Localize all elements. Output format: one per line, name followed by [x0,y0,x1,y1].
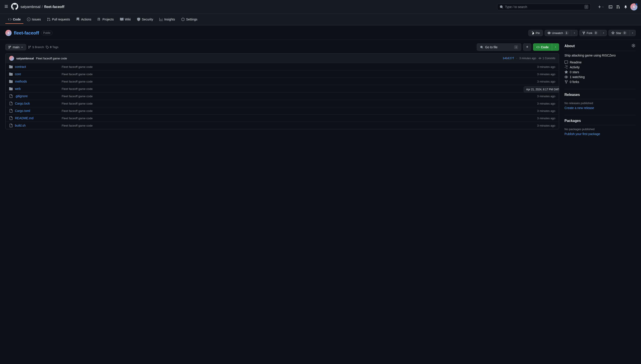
about-description: Ship attacking game using RISCZero [564,53,636,58]
nav-insights[interactable]: Insights [157,15,178,24]
code-button[interactable]: Code [533,44,552,51]
fork-group: Fork 0 [579,30,607,36]
nav-pullrequests[interactable]: Pull requests [44,15,72,24]
commits-count: 1 [542,57,544,60]
file-icon [9,109,13,112]
goto-file-button[interactable]: Go to file t [477,44,521,51]
search-shortcut: / [584,5,588,9]
file-commit-0: Fleet faceoff game code [62,65,526,68]
stars-link[interactable]: 0 stars [564,70,636,74]
activity-icon [564,66,568,69]
fork-button[interactable]: Fork 0 [579,30,601,36]
terminal-button[interactable] [608,4,614,10]
releases-section: Releases No releases published Create a … [564,93,636,110]
publish-package-link[interactable]: Publish your first package [564,132,600,136]
github-logo[interactable] [11,3,18,11]
file-name-2[interactable]: methods [15,80,60,83]
commit-author[interactable]: satyambnsal [16,57,34,60]
user-avatar[interactable]: S [630,3,638,10]
nav-issues-label: Issues [32,18,41,21]
activity-link[interactable]: Activity [564,66,636,69]
releases-title: Releases [564,93,636,99]
commit-hash[interactable]: b4b637f [503,57,514,60]
star-button[interactable]: Star 0 [608,30,630,36]
repo-header-actions: Pin Unwatch 1 Fork [528,30,636,36]
readme-icon [564,60,568,64]
fork-label: Fork [587,31,592,35]
branch-selector[interactable]: main [5,44,26,50]
search-bar[interactable]: Type / to search / [497,4,591,10]
file-name-7[interactable]: README.md [15,116,60,120]
tag-count: 0 [50,46,52,49]
create-release-link[interactable]: Create a new release [564,106,594,110]
repo-owner[interactable]: satyambnsal [20,5,40,9]
pull-requests-button[interactable] [615,4,621,10]
sidebar: About Ship attacking game using RISCZero… [564,44,636,141]
add-file-button[interactable]: + [523,44,531,51]
file-name-4[interactable]: .gitignore [15,94,60,98]
file-row: .gitignore Fleet faceoff game code 3 min… [6,92,559,100]
file-name-3[interactable]: web [15,87,60,90]
file-commit-4: Fleet faceoff game code [62,94,535,98]
file-commit-3: Fleet faceoff game code [62,87,526,90]
nav-projects[interactable]: Projects [95,15,116,24]
activity-label: Activity [570,66,580,69]
no-releases-text: No releases published [564,102,636,105]
star-caret[interactable] [630,30,636,36]
file-row: Cargo.lock Fleet faceoff game code 3 min… [6,100,559,107]
notifications-button[interactable] [623,4,628,10]
about-gear-button[interactable] [631,44,636,48]
add-file-label: + [526,45,528,50]
commit-author-avatar [9,56,14,61]
commit-time: 3 minutes ago [519,57,536,60]
nav-settings[interactable]: Settings [178,15,200,24]
watching-link[interactable]: 1 watching [564,75,636,79]
fork-caret[interactable] [601,30,607,36]
visibility-badge: Public [41,31,52,35]
unwatch-caret[interactable] [572,30,578,36]
forks-link[interactable]: 0 forks [564,80,636,84]
file-name-1[interactable]: core [15,72,60,76]
toolbar-right: Go to file t + Code [477,44,559,51]
unwatch-label: Unwatch [552,31,563,35]
file-name-6[interactable]: Cargo.toml [15,109,60,112]
nav-code[interactable]: Code [5,15,23,24]
file-row: README.md Fleet faceoff game code 3 minu… [6,114,559,122]
nav-security[interactable]: Security [134,15,156,24]
file-commit-6: Fleet faceoff game code [62,109,526,112]
folder-icon [9,80,13,83]
nav-wiki[interactable]: Wiki [117,15,133,24]
tag-count-link[interactable]: 0 Tags [46,46,58,49]
star-sidebar-icon [564,70,568,74]
file-name-8[interactable]: build.sh [15,124,60,127]
file-name-0[interactable]: contract [15,65,60,68]
file-time-2: 3 minutes ago [528,80,555,83]
code-caret[interactable] [552,44,559,51]
unwatch-button[interactable]: Unwatch 1 [545,30,572,36]
top-nav: satyambnsal / fleet-faceoff Type / to se… [0,0,641,14]
repo-header: S fleet-faceoff Public Pin Unwatch 1 [0,25,641,40]
file-name-5[interactable]: Cargo.lock [15,102,60,105]
main-content: main 1 Branch 0 Tags [0,40,641,144]
nav-insights-label: Insights [164,18,175,21]
about-title: About [564,44,636,51]
branch-count: 1 [32,46,34,49]
pin-button[interactable]: Pin [528,30,543,36]
commits-link[interactable]: 1 Commits [538,57,555,60]
branch-count-link[interactable]: 1 Branch [28,46,44,49]
repo-name-link[interactable]: fleet-faceoff [44,5,64,9]
hamburger-button[interactable] [4,4,9,10]
toolbar: main 1 Branch 0 Tags [5,44,559,51]
readme-link[interactable]: Readme [564,60,636,64]
notification-dot [636,3,638,5]
branch-label: main [13,46,19,49]
fork-count: 0 [594,31,598,35]
nav-actions[interactable]: Actions [74,15,94,24]
create-new-button[interactable] [596,4,606,10]
repo-title[interactable]: fleet-faceoff [14,30,39,36]
eye-sidebar-icon [564,75,568,79]
file-icon [9,94,13,98]
file-row: build.sh Fleet faceoff game code 3 minut… [6,122,559,129]
nav-issues[interactable]: Issues [24,15,44,24]
file-icon [9,124,13,127]
